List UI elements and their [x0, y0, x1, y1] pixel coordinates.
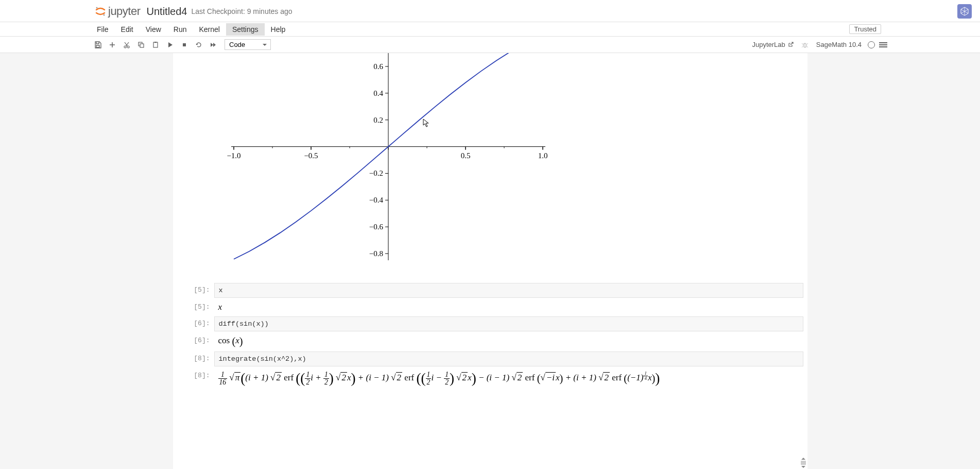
- kernel-name[interactable]: SageMath 10.4: [816, 41, 864, 48]
- paste-button[interactable]: [148, 39, 163, 51]
- line-chart: −1.0−0.50.51.0−0.8−0.6−0.4−0.20.20.40.6: [213, 53, 553, 265]
- save-button[interactable]: [91, 39, 105, 51]
- celltype-select[interactable]: Code: [225, 39, 271, 50]
- header: jupyter Untitled4 Last Checkpoint: 9 min…: [0, 0, 980, 22]
- run-button[interactable]: [163, 39, 177, 51]
- stop-button[interactable]: [177, 39, 192, 51]
- cell-6-out: [6]: cos (x): [177, 333, 803, 349]
- prompt: [6]:: [177, 316, 214, 331]
- svg-rect-14: [153, 42, 158, 47]
- svg-point-0: [96, 7, 98, 9]
- svg-text:0.5: 0.5: [460, 152, 470, 160]
- kernel-icon[interactable]: [957, 4, 972, 19]
- toolbar: Code JupyterLab SageMath 10.4: [0, 37, 980, 53]
- code-input[interactable]: x: [214, 283, 803, 298]
- svg-point-1: [104, 14, 105, 16]
- menu-file[interactable]: File: [91, 23, 115, 36]
- svg-text:−0.5: −0.5: [304, 152, 318, 160]
- menu-run[interactable]: Run: [167, 23, 193, 36]
- cell-6-in[interactable]: [6]: diff(sin(x)): [177, 316, 803, 331]
- main-area[interactable]: −1.0−0.50.51.0−0.8−0.6−0.4−0.20.20.40.6 …: [0, 53, 980, 469]
- restart-button[interactable]: [192, 39, 206, 51]
- output-math: 116 π((i + 1) 2 erf ((12i + 12) 2x) + (i…: [214, 368, 803, 389]
- svg-text:−0.4: −0.4: [369, 196, 383, 204]
- checkpoint-text: Last Checkpoint: 9 minutes ago: [191, 7, 292, 15]
- scrollbar[interactable]: [799, 457, 807, 469]
- cell-8-in[interactable]: [8]: integrate(sin(x^2),x): [177, 351, 803, 366]
- menu-view[interactable]: View: [140, 23, 167, 36]
- svg-text:1.0: 1.0: [538, 152, 547, 160]
- trusted-badge[interactable]: Trusted: [849, 24, 881, 34]
- notebook: −1.0−0.50.51.0−0.8−0.6−0.4−0.20.20.40.6 …: [173, 53, 807, 469]
- output-text: cos (x): [214, 333, 803, 349]
- menu-settings[interactable]: Settings: [226, 23, 265, 36]
- svg-rect-15: [154, 42, 157, 43]
- run-all-button[interactable]: [206, 39, 220, 51]
- svg-text:0.4: 0.4: [373, 89, 383, 97]
- external-link-icon: [787, 42, 794, 48]
- menubar: File Edit View Run Kernel Settings Help …: [0, 22, 980, 37]
- svg-text:−1.0: −1.0: [227, 152, 240, 160]
- prompt: [8]:: [177, 351, 214, 366]
- plot-output: −1.0−0.50.51.0−0.8−0.6−0.4−0.20.20.40.6: [177, 53, 803, 281]
- prompt: [8]:: [177, 368, 214, 389]
- svg-marker-18: [211, 43, 213, 47]
- cut-button[interactable]: [119, 39, 134, 51]
- jupyter-logo[interactable]: jupyter: [95, 5, 141, 18]
- notebook-title[interactable]: Untitled4: [147, 6, 187, 18]
- svg-line-25: [807, 46, 808, 47]
- svg-line-22: [802, 43, 803, 44]
- kernel-status-indicator[interactable]: [868, 41, 875, 48]
- scroll-thumb[interactable]: [801, 461, 806, 465]
- svg-line-23: [807, 43, 808, 44]
- scroll-down-icon[interactable]: [801, 466, 805, 468]
- svg-marker-19: [213, 43, 216, 47]
- code-input[interactable]: integrate(sin(x^2),x): [214, 351, 803, 366]
- add-cell-button[interactable]: [105, 39, 119, 51]
- cell-5-out: [5]: x: [177, 300, 803, 314]
- prompt: [6]:: [177, 333, 214, 349]
- menu-help[interactable]: Help: [265, 23, 292, 36]
- code-input[interactable]: diff(sin(x)): [214, 316, 803, 331]
- jupyter-wordmark: jupyter: [108, 5, 141, 18]
- menu-kernel[interactable]: Kernel: [193, 23, 226, 36]
- menu-edit[interactable]: Edit: [115, 23, 140, 36]
- prompt: [5]:: [177, 300, 214, 314]
- svg-text:0.6: 0.6: [373, 62, 383, 71]
- cell-8-out: [8]: 116 π((i + 1) 2 erf ((12i + 12) 2x)…: [177, 368, 803, 389]
- jupyter-icon: [95, 6, 106, 17]
- copy-button[interactable]: [134, 39, 148, 51]
- svg-rect-17: [183, 43, 186, 46]
- overflow-menu-icon[interactable]: [879, 42, 887, 47]
- scroll-up-icon[interactable]: [801, 458, 805, 460]
- prompt: [5]:: [177, 283, 214, 298]
- svg-text:−0.6: −0.6: [369, 223, 383, 231]
- cell-5-in[interactable]: [5]: x: [177, 283, 803, 298]
- debug-button[interactable]: [798, 39, 812, 51]
- svg-line-24: [802, 46, 803, 47]
- svg-text:−0.2: −0.2: [369, 169, 383, 177]
- svg-text:−0.8: −0.8: [369, 249, 383, 258]
- svg-marker-16: [168, 42, 173, 47]
- jupyterlab-link[interactable]: JupyterLab: [752, 41, 793, 48]
- svg-text:0.2: 0.2: [373, 116, 383, 124]
- svg-rect-13: [140, 44, 144, 47]
- output-text: x: [214, 300, 803, 314]
